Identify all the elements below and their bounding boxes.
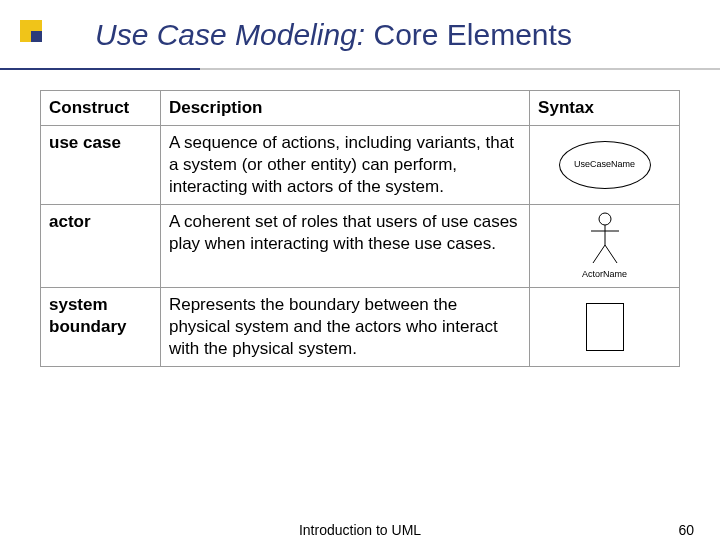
actor-stickfigure-icon: [585, 211, 625, 266]
title-bullet-decoration: [20, 20, 42, 42]
footer-title: Introduction to UML: [0, 522, 720, 538]
table-row: use case A sequence of actions, includin…: [41, 126, 680, 205]
table-header-row: Construct Description Syntax: [41, 91, 680, 126]
actor-syntax-label: ActorName: [582, 269, 627, 281]
cell-construct: system boundary: [41, 288, 161, 367]
table-row: system boundary Represents the boundary …: [41, 288, 680, 367]
cell-syntax: UseCaseName: [530, 126, 680, 205]
svg-point-0: [599, 213, 611, 225]
use-case-ellipse-label: UseCaseName: [574, 159, 635, 171]
slide-title: Use Case Modeling: Core Elements: [95, 18, 572, 52]
cell-construct: use case: [41, 126, 161, 205]
header-description: Description: [160, 91, 529, 126]
system-boundary-rect-icon: [586, 303, 624, 351]
table-row: actor A coherent set of roles that users…: [41, 205, 680, 288]
svg-line-4: [605, 245, 617, 263]
header-syntax: Syntax: [530, 91, 680, 126]
slide: Use Case Modeling: Core Elements Constru…: [0, 0, 720, 540]
elements-table: Construct Description Syntax use case A …: [40, 90, 680, 367]
use-case-ellipse-icon: UseCaseName: [559, 141, 651, 189]
title-italic: Use Case Modeling:: [95, 18, 365, 51]
svg-line-3: [593, 245, 605, 263]
cell-syntax: [530, 288, 680, 367]
title-underline: [0, 68, 720, 70]
cell-construct: actor: [41, 205, 161, 288]
cell-syntax: ActorName: [530, 205, 680, 288]
page-number: 60: [678, 522, 694, 538]
cell-description: A coherent set of roles that users of us…: [160, 205, 529, 288]
cell-description: A sequence of actions, including variant…: [160, 126, 529, 205]
title-rest: Core Elements: [365, 18, 572, 51]
cell-description: Represents the boundary between the phys…: [160, 288, 529, 367]
header-construct: Construct: [41, 91, 161, 126]
